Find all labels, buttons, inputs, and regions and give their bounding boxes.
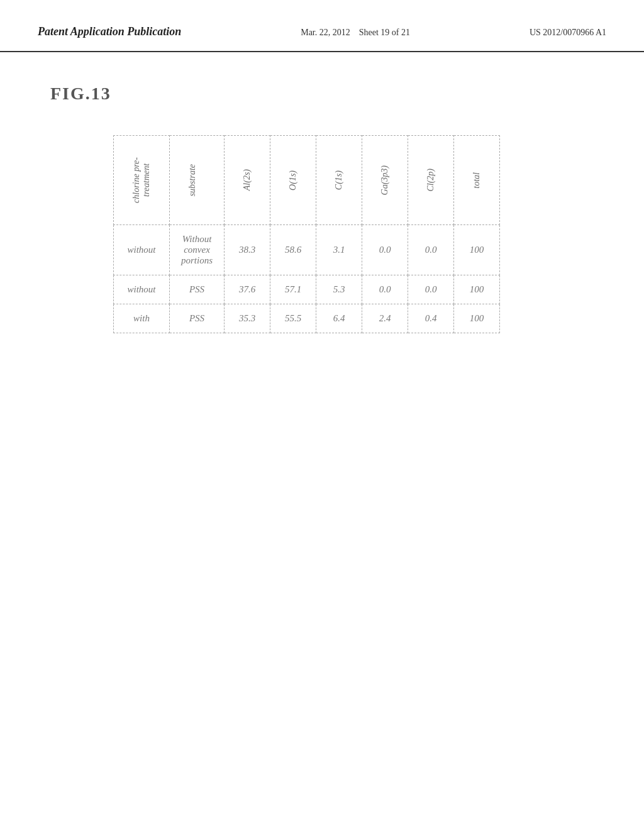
cell-chlorine-2: with: [114, 304, 170, 333]
col-header-o1s: O(1s): [270, 136, 316, 225]
col-header-total: total: [454, 136, 500, 225]
header-left: Patent Application Publication: [38, 25, 181, 38]
header-center: Mar. 22, 2012 Sheet 19 of 21: [301, 25, 410, 38]
table-body: withoutWithoutconvexportions38.358.63.10…: [114, 224, 500, 333]
cell-c1s-1: 5.3: [316, 275, 362, 304]
cell-o1s-0: 58.6: [270, 224, 316, 275]
cell-total-1: 100: [454, 275, 500, 304]
col-header-substrate: substrate: [170, 136, 225, 225]
cell-c1s-0: 3.1: [316, 224, 362, 275]
header-date: Mar. 22, 2012: [301, 28, 350, 37]
patent-title: Patent Application Publication: [38, 25, 181, 38]
header-right: US 2012/0070966 A1: [530, 25, 606, 38]
cell-o1s-1: 57.1: [270, 275, 316, 304]
table-row: withoutWithoutconvexportions38.358.63.10…: [114, 224, 500, 275]
data-table: chlorine pre-treatment substrate Al(2s) …: [113, 135, 500, 333]
cell-substrate-2: PSS: [170, 304, 225, 333]
cell-cl2p-0: 0.0: [408, 224, 454, 275]
table-header-row: chlorine pre-treatment substrate Al(2s) …: [114, 136, 500, 225]
cell-chlorine-0: without: [114, 224, 170, 275]
cell-al2s-1: 37.6: [225, 275, 270, 304]
col-header-ga3p3: Ga(3p3): [362, 136, 408, 225]
cell-ga3p3-2: 2.4: [362, 304, 408, 333]
cell-c1s-2: 6.4: [316, 304, 362, 333]
cell-total-2: 100: [454, 304, 500, 333]
patent-number: US 2012/0070966 A1: [530, 28, 606, 37]
cell-substrate-0: Withoutconvexportions: [170, 224, 225, 275]
page-header: Patent Application Publication Mar. 22, …: [0, 0, 644, 52]
col-header-al2s: Al(2s): [225, 136, 270, 225]
table-row: withoutPSS37.657.15.30.00.0100: [114, 275, 500, 304]
cell-ga3p3-0: 0.0: [362, 224, 408, 275]
cell-al2s-2: 35.3: [225, 304, 270, 333]
page-content: FIG.13 chlorine pre-treatment substrate …: [0, 52, 644, 365]
table-row: withPSS35.355.56.42.40.4100: [114, 304, 500, 333]
cell-chlorine-1: without: [114, 275, 170, 304]
cell-cl2p-1: 0.0: [408, 275, 454, 304]
cell-al2s-0: 38.3: [225, 224, 270, 275]
figure-label: FIG.13: [50, 84, 111, 104]
header-sheet: Sheet 19 of 21: [359, 28, 410, 37]
cell-total-0: 100: [454, 224, 500, 275]
cell-cl2p-2: 0.4: [408, 304, 454, 333]
col-header-cl2p: Cl(2p): [408, 136, 454, 225]
col-header-c1s: C(1s): [316, 136, 362, 225]
data-table-container: chlorine pre-treatment substrate Al(2s) …: [113, 135, 500, 333]
cell-substrate-1: PSS: [170, 275, 225, 304]
cell-ga3p3-1: 0.0: [362, 275, 408, 304]
cell-o1s-2: 55.5: [270, 304, 316, 333]
col-header-chlorine: chlorine pre-treatment: [114, 136, 170, 225]
